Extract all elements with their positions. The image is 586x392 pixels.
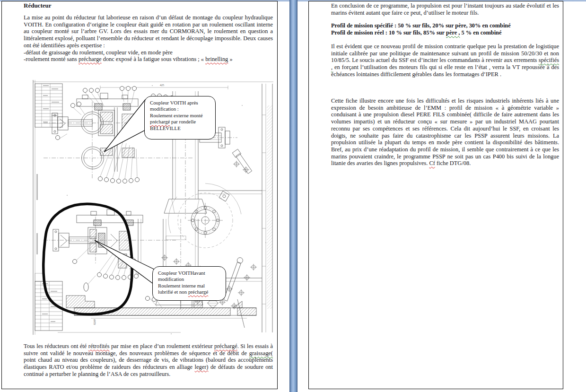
callout-line: modification [158, 276, 222, 282]
callout-before-modification[interactable]: Coupleur VOITHavant modification Rouleme… [152, 266, 226, 301]
callout-line: Roulement externe monté [150, 113, 211, 119]
callout-line: BELLEVILLE [150, 125, 211, 131]
page-right: En conclusion de ce programme, la propul… [308, 1, 563, 389]
page-left: Réducteur La mise au point du réducteur … [1, 1, 278, 389]
paragraph-conclusion: En conclusion de ce programme, la propul… [331, 2, 559, 16]
callout-line: modification : [150, 106, 211, 112]
right-structure [262, 84, 272, 332]
callout-line: Roulement interne mal [158, 283, 222, 289]
figure-technical-drawing[interactable]: 425 [29, 77, 276, 337]
lower-assembly [44, 209, 176, 276]
paragraph-profil-analysis: Il est évident que ce nouveau profil de … [331, 43, 559, 78]
callout-line: Coupleur VOITHavant [158, 270, 222, 276]
profil-reel-line: Profil de mission réel : 10 % sur fils, … [331, 29, 559, 36]
callout-line: Coupleur VOITH après [150, 100, 211, 106]
page-gap-divider [289, 0, 297, 392]
flange-view [168, 183, 241, 248]
callout-line: préchargé par rondelle [150, 119, 211, 125]
paragraph-retrofit: Tous les réducteurs ont été rétrofités p… [24, 343, 273, 378]
profil-specifie-line: Profil de mission spécifié : 50 % sur fi… [331, 22, 559, 29]
bullet-defaut-graissage: -défaut de graissage du roulement, coupl… [24, 49, 273, 56]
section-heading: Réducteur [24, 2, 273, 9]
paragraph-intro: La mise au point du réducteur fut labori… [24, 14, 273, 49]
bullet-roulement-precharge: -roulement monté sans précharge donc exp… [24, 56, 273, 63]
profil-mission-block: Profil de mission spécifié : 50 % sur fi… [331, 22, 559, 36]
title-block-top [35, 84, 62, 127]
callout-line: lubrifié et non préchargé [158, 289, 222, 295]
dimension-425: 425 [160, 84, 164, 87]
callout-after-modification[interactable]: Coupleur VOITH après modification : Roul… [144, 96, 216, 139]
ref-8269: 8269 [93, 319, 96, 325]
paragraph-fiche-summary: Cette fiche illustre encore une fois les… [331, 97, 559, 167]
